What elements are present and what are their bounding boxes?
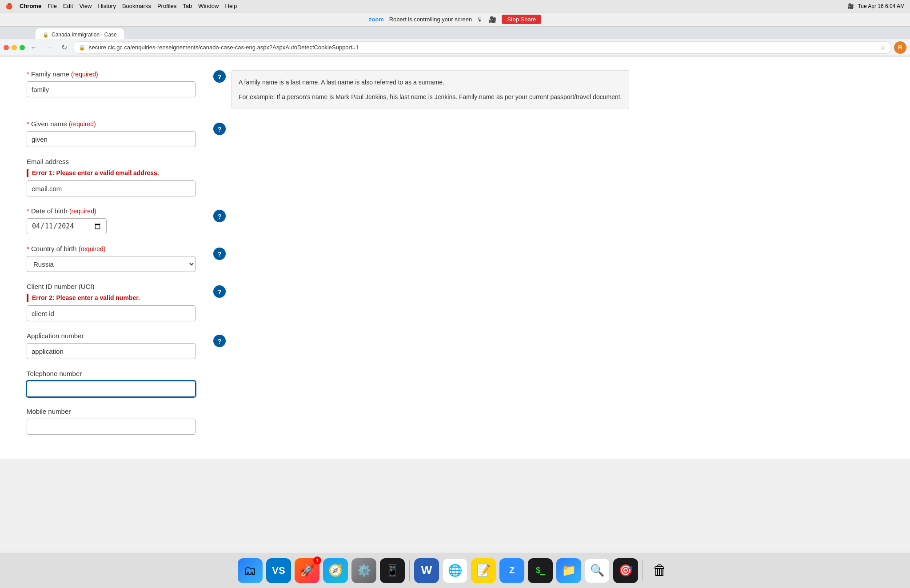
chrome-toolbar: ← → ↻ 🔒 secure.cic.gc.ca/enquiries-rense… [0, 39, 910, 56]
client-id-help-icon[interactable]: ? [213, 285, 226, 298]
catcher-icon: 🎯 [619, 564, 633, 577]
dock-terminal[interactable]: $_ [528, 558, 553, 583]
url-text[interactable]: secure.cic.gc.ca/enquiries-renseignement… [89, 44, 876, 51]
application-input[interactable] [27, 343, 196, 359]
dock-safari[interactable]: 🧭 [323, 558, 348, 583]
dock-trash[interactable]: 🗑 [647, 558, 672, 583]
bookmark-icon[interactable]: ☆ [880, 44, 886, 51]
client-id-error-block: Error 2: Please enter a valid number. [27, 294, 196, 302]
chrome-icon: 🌐 [448, 564, 462, 577]
notes-icon: 📝 [476, 564, 491, 577]
finder2-icon: 📁 [562, 564, 576, 577]
client-id-label-text: Client ID number (UCI) [27, 283, 95, 290]
application-help-icon[interactable]: ? [213, 335, 226, 347]
email-left: Email address Error 1: Please enter a va… [27, 158, 196, 196]
family-name-help-icon[interactable]: ? [213, 70, 226, 83]
given-name-label-text: Given name [31, 120, 67, 128]
dob-label-text: Date of birth [31, 207, 68, 215]
menu-view[interactable]: View [79, 3, 92, 9]
dob-input[interactable] [27, 218, 107, 234]
menu-history[interactable]: History [98, 3, 116, 9]
terminal-icon: $_ [536, 566, 545, 575]
country-select[interactable]: Russia Canada United States United Kingd… [27, 256, 196, 272]
email-input[interactable] [27, 180, 196, 196]
menubar: 🍎 Chrome File Edit View History Bookmark… [0, 0, 910, 12]
reload-button[interactable]: ↻ [58, 41, 70, 54]
telephone-left: Telephone number [27, 370, 196, 397]
country-label-text: Country of birth [31, 245, 77, 252]
menu-edit[interactable]: Edit [63, 3, 73, 9]
forward-button[interactable]: → [43, 41, 55, 54]
menu-profiles[interactable]: Profiles [157, 3, 176, 9]
dob-help: ? [213, 207, 883, 222]
page-wrapper: * Family name (required) ? A family name… [0, 57, 910, 552]
apple-menu[interactable]: 🍎 [5, 3, 12, 9]
family-name-left: * Family name (required) [27, 70, 196, 97]
dock-zoom[interactable]: Z [499, 558, 524, 583]
dob-help-icon[interactable]: ? [213, 210, 226, 222]
given-name-help: ? [213, 120, 883, 135]
country-help: ? [213, 245, 883, 260]
given-name-input[interactable] [27, 131, 196, 147]
menu-file[interactable]: File [48, 3, 57, 9]
family-name-row: * Family name (required) ? A family name… [27, 70, 883, 109]
traffic-lights [4, 45, 25, 50]
given-name-row: * Given name (required) ? [27, 120, 883, 147]
back-button[interactable]: ← [28, 41, 40, 54]
dock-vscode[interactable]: VS [266, 558, 291, 583]
country-label: * Country of birth (required) [27, 245, 196, 252]
profile-avatar[interactable]: R [894, 41, 906, 54]
email-error-text: Error 1: Please enter a valid email addr… [32, 169, 159, 176]
menu-chrome[interactable]: Chrome [20, 3, 41, 9]
search-icon: 🔍 [590, 564, 604, 577]
menu-help[interactable]: Help [225, 3, 237, 9]
help-text-1: A family name is a last name. A last nam… [239, 78, 622, 87]
country-help-icon[interactable]: ? [213, 248, 226, 260]
trash-icon: 🗑 [653, 562, 667, 579]
vscode-icon: VS [272, 565, 285, 576]
dock-finder2[interactable]: 📁 [556, 558, 581, 583]
family-name-help: ? A family name is a last name. A last n… [213, 70, 883, 109]
menu-items: Chrome File Edit View History Bookmarks … [20, 3, 237, 9]
given-name-left: * Given name (required) [27, 120, 196, 147]
dock-separator-2 [643, 560, 643, 581]
stop-share-button[interactable]: Stop Share [502, 15, 541, 24]
application-left: Application number [27, 332, 196, 359]
menubar-right: 🎥 Tue Apr 16 6:04 AM [847, 3, 905, 9]
application-label: Application number [27, 332, 196, 340]
tab-favicon: 🔒 [43, 32, 49, 38]
dock-finder[interactable]: 🗂 [238, 558, 263, 583]
video-icon[interactable]: 🎥 [489, 16, 496, 23]
dob-required: (required) [69, 208, 96, 215]
dock-launchpad[interactable]: 🚀 1 [295, 558, 319, 583]
menu-window[interactable]: Window [198, 3, 219, 9]
given-name-required: (required) [69, 120, 96, 128]
minimize-button[interactable] [12, 45, 17, 50]
dock-notes[interactable]: 📝 [471, 558, 496, 583]
address-bar[interactable]: 🔒 secure.cic.gc.ca/enquiries-renseigneme… [73, 41, 891, 54]
maximize-button[interactable] [20, 45, 25, 50]
launchpad-badge: 1 [313, 556, 321, 564]
dock-simulator[interactable]: 📱 [380, 558, 405, 583]
client-id-label: Client ID number (UCI) [27, 283, 196, 290]
dock-search[interactable]: 🔍 [585, 558, 610, 583]
client-id-row: Client ID number (UCI) Error 2: Please e… [27, 283, 883, 321]
launchpad-icon: 🚀 [300, 564, 314, 577]
family-name-required: (required) [71, 71, 98, 78]
mic-icon[interactable]: 🎙 [477, 16, 483, 23]
dock-word[interactable]: W [414, 558, 439, 583]
menu-bookmarks[interactable]: Bookmarks [122, 3, 151, 9]
dock-chrome[interactable]: 🌐 [443, 558, 467, 583]
client-id-input[interactable] [27, 305, 196, 321]
word-icon: W [421, 564, 432, 577]
mobile-input[interactable] [27, 419, 196, 435]
dock-system-prefs[interactable]: ⚙️ [351, 558, 376, 583]
dock-catcher[interactable]: 🎯 [613, 558, 638, 583]
given-name-help-icon[interactable]: ? [213, 123, 226, 135]
country-left: * Country of birth (required) Russia Can… [27, 245, 196, 272]
telephone-input[interactable] [27, 381, 196, 397]
close-button[interactable] [4, 45, 9, 50]
family-name-input[interactable] [27, 81, 196, 97]
required-star-country: * [27, 245, 31, 252]
menu-tab[interactable]: Tab [183, 3, 192, 9]
